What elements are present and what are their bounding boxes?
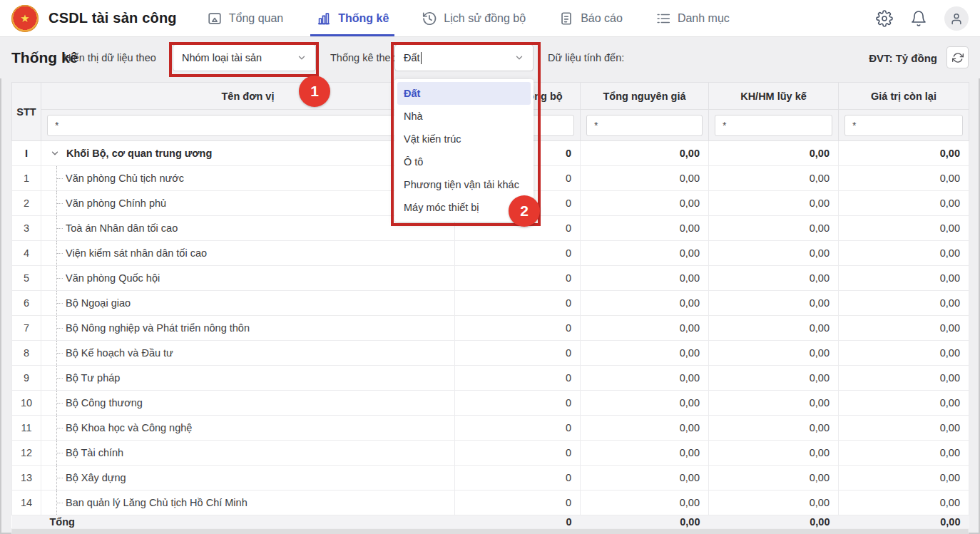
tab-tong-quan[interactable]: Tổng quan xyxy=(207,0,284,36)
row-cost: 0,00 xyxy=(581,166,709,191)
row-cost: 0,00 xyxy=(581,416,709,441)
table-row[interactable]: 13Bộ Xây dựng00,000,000,00 xyxy=(12,466,969,491)
text-cursor xyxy=(421,52,422,64)
row-stt: 3 xyxy=(12,216,41,241)
row-remain: 0,00 xyxy=(839,441,969,466)
stat-by-value: Đất xyxy=(404,52,420,63)
row-cost: 0,00 xyxy=(581,141,709,166)
total-row: Tổng 0 0,00 0,00 0,00 xyxy=(12,515,969,529)
tree-connector-icon xyxy=(56,241,58,265)
row-remain: 0,00 xyxy=(839,241,969,266)
row-cost: 0,00 xyxy=(581,341,709,366)
row-sync: 0 xyxy=(455,266,581,291)
main-tabs: Tổng quan Thống kê Lịch sử đồng bộ xyxy=(207,0,730,36)
row-unit-name: Ban quản lý Lăng Chủ tịch Hồ Chí Minh xyxy=(41,491,455,515)
column-header-gia-tri-con-lai[interactable]: Giá trị còn lại xyxy=(839,83,969,110)
row-cost: 0,00 xyxy=(581,241,709,266)
table-row[interactable]: 7Bộ Nông nghiệp và Phát triển nông thôn0… xyxy=(12,316,969,341)
report-icon xyxy=(558,11,574,26)
row-sync: 0 xyxy=(455,416,581,441)
filter-input-kh-hm-luy-ke[interactable] xyxy=(715,115,832,136)
table-row[interactable]: 9Bộ Tư pháp00,000,000,00 xyxy=(12,366,969,391)
unit-name-text: Văn phòng Chính phủ xyxy=(66,197,166,209)
tab-thong-ke[interactable]: Thống kê xyxy=(316,0,389,36)
row-stt: 12 xyxy=(12,441,41,466)
tab-lich-su-dong-bo[interactable]: Lịch sử đồng bộ xyxy=(422,0,526,36)
chevron-down-icon[interactable] xyxy=(50,148,60,158)
row-remain: 0,00 xyxy=(839,216,969,241)
table-row[interactable]: 5Văn phòng Quốc hội00,000,000,00 xyxy=(12,266,969,291)
unit-name-text: Văn phòng Quốc hội xyxy=(66,272,160,284)
row-dep: 0,00 xyxy=(709,366,839,391)
tab-danh-muc[interactable]: Danh mục xyxy=(655,0,730,36)
notifications-bell-icon[interactable] xyxy=(910,10,927,27)
row-stt: 7 xyxy=(12,316,41,341)
column-header-kh-hm-luy-ke[interactable]: KH/HM lũy kế xyxy=(709,83,839,110)
filter-input-ten-don-vi[interactable] xyxy=(47,115,449,136)
dropdown-option[interactable]: Phương tiện vận tải khác xyxy=(394,173,534,196)
dropdown-option[interactable]: Nhà xyxy=(394,105,534,128)
row-unit-name: Bộ Công thương xyxy=(41,391,455,416)
unit-name-text: Bộ Xây dựng xyxy=(66,472,126,483)
app-title: CSDL tài sản công xyxy=(49,10,177,26)
display-by-select[interactable]: Nhóm loại tài sản xyxy=(173,44,316,71)
tree-connector-icon xyxy=(56,191,58,215)
tree-connector-icon xyxy=(56,491,58,515)
column-header-stt[interactable]: STT xyxy=(12,83,41,141)
unit-name-text: Bộ Tư pháp xyxy=(66,372,120,384)
header-actions xyxy=(876,6,980,31)
row-unit-name: Bộ Kế hoạch và Đầu tư xyxy=(41,341,455,366)
stat-by-label: Thống kê theo xyxy=(330,37,397,78)
annotation-badge-2: 2 xyxy=(509,195,540,227)
table-row[interactable]: 14Ban quản lý Lăng Chủ tịch Hồ Chí Minh0… xyxy=(12,491,969,515)
row-dep: 0,00 xyxy=(709,291,839,316)
column-header-tong-nguyen-gia[interactable]: Tổng nguyên giá xyxy=(581,83,709,110)
horizontal-scrollbar[interactable] xyxy=(11,529,969,534)
row-stt: 10 xyxy=(12,391,41,416)
row-stt: 2 xyxy=(12,191,41,216)
unit-name-text: Bộ Nông nghiệp và Phát triển nông thôn xyxy=(66,322,250,334)
table-row[interactable]: 6Bộ Ngoại giao00,000,000,00 xyxy=(12,291,969,316)
row-dep: 0,00 xyxy=(709,191,839,216)
table-row[interactable]: 12Bộ Tài chính00,000,000,00 xyxy=(12,441,969,466)
row-stt: I xyxy=(12,141,41,166)
row-unit-name: Văn phòng Chủ tịch nước xyxy=(41,166,455,191)
row-cost: 0,00 xyxy=(581,291,709,316)
overview-icon xyxy=(207,11,223,26)
row-remain: 0,00 xyxy=(839,266,969,291)
refresh-button[interactable] xyxy=(946,46,969,68)
tree-connector-icon xyxy=(56,391,58,415)
row-sync: 0 xyxy=(455,466,581,491)
table-row[interactable]: 10Bộ Công thương00,000,000,00 xyxy=(12,391,969,416)
table-row[interactable]: 8Bộ Kế hoạch và Đầu tư00,000,000,00 xyxy=(12,341,969,366)
row-remain: 0,00 xyxy=(839,341,969,366)
user-avatar[interactable] xyxy=(944,6,969,31)
table-row[interactable]: 4Viện kiểm sát nhân dân tối cao00,000,00… xyxy=(12,241,969,266)
dropdown-option[interactable]: Vật kiến trúc xyxy=(394,128,534,150)
total-remain: 0,00 xyxy=(839,515,969,529)
column-header-ten-don-vi[interactable]: Tên đơn vị xyxy=(41,83,455,110)
tree-connector-icon xyxy=(56,266,58,290)
filter-input-gia-tri-con-lai[interactable] xyxy=(844,115,963,136)
row-dep: 0,00 xyxy=(709,166,839,191)
row-remain: 0,00 xyxy=(839,141,969,166)
row-cost: 0,00 xyxy=(581,191,709,216)
display-by-value: Nhóm loại tài sản xyxy=(182,52,262,63)
unit-name-text: Viện kiểm sát nhân dân tối cao xyxy=(66,247,207,259)
list-icon xyxy=(655,11,671,26)
row-dep: 0,00 xyxy=(709,141,839,166)
settings-gear-icon[interactable] xyxy=(876,10,893,27)
total-sync: 0 xyxy=(455,515,581,529)
row-unit-name: Bộ Xây dựng xyxy=(41,466,455,491)
tab-bao-cao[interactable]: Báo cáo xyxy=(558,0,623,36)
table-row[interactable]: 11Bộ Khoa học và Công nghệ00,000,000,00 xyxy=(12,416,969,441)
tree-connector-icon xyxy=(56,291,58,315)
tree-connector-icon xyxy=(56,466,58,490)
dropdown-option[interactable]: Ô tô xyxy=(394,150,534,173)
filter-input-tong-nguyen-gia[interactable] xyxy=(586,115,703,136)
row-unit-name: Văn phòng Chính phủ xyxy=(41,191,455,216)
unit-name-text: Bộ Kế hoạch và Đầu tư xyxy=(66,347,173,359)
dropdown-option[interactable]: Đất xyxy=(397,82,531,105)
row-dep: 0,00 xyxy=(709,391,839,416)
stat-by-combobox[interactable]: Đất xyxy=(394,44,534,71)
